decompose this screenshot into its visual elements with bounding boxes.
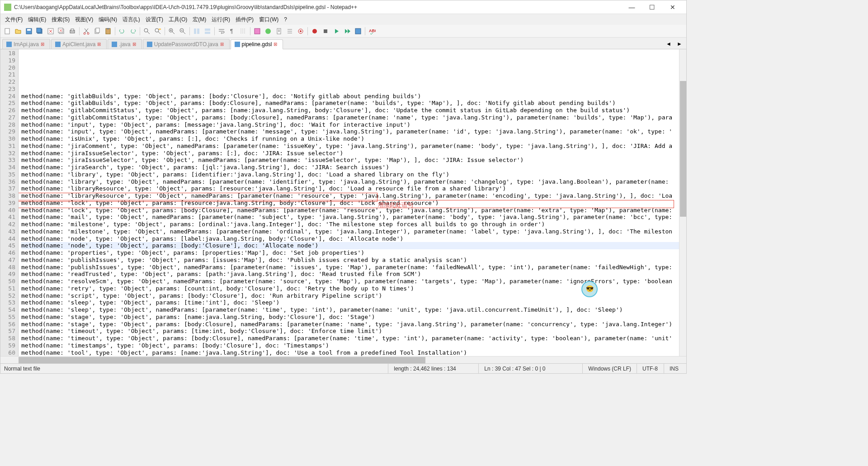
code-line[interactable]: method(name: 'stage', type: 'Object', pa… <box>21 314 679 321</box>
line-number[interactable]: 35 <box>0 171 15 178</box>
code-line[interactable]: method(name: 'library', type: 'Object', … <box>21 171 679 178</box>
code-line[interactable]: method(name: 'input', type: 'Object', pa… <box>21 121 679 128</box>
code-line[interactable]: method(name: 'library', type: 'Object', … <box>21 178 679 185</box>
find-icon[interactable] <box>142 26 152 36</box>
menu-item[interactable]: 语言(L) <box>120 15 143 24</box>
new-file-icon[interactable] <box>2 26 12 36</box>
menu-item[interactable]: 插件(P) <box>233 15 256 24</box>
file-tab[interactable]: UpdatePasswordDTO.java⊠ <box>143 39 230 49</box>
save-all-icon[interactable] <box>35 26 45 36</box>
line-number[interactable]: 34 <box>0 164 15 171</box>
menu-item[interactable]: 编码(N) <box>96 15 120 24</box>
code-line[interactable]: method(name: 'jiraIssueSelector', type: … <box>21 157 679 164</box>
line-number[interactable]: 29 <box>0 128 15 135</box>
replace-icon[interactable] <box>153 26 163 36</box>
line-number[interactable]: 53 <box>0 299 15 306</box>
copy-icon[interactable] <box>92 26 102 36</box>
menu-item[interactable]: 宏(M) <box>190 15 209 24</box>
record-macro-icon[interactable] <box>310 26 320 36</box>
tab-prev-icon[interactable]: ◄ <box>664 39 674 49</box>
line-number[interactable]: 25 <box>0 100 15 107</box>
titlebar[interactable]: C:\Users\baogang\AppData\Local\JetBrains… <box>0 0 686 14</box>
line-number[interactable]: 30 <box>0 135 15 143</box>
open-file-icon[interactable] <box>13 26 23 36</box>
horizontal-scrollbar[interactable] <box>0 356 686 363</box>
line-number[interactable]: 60 <box>0 349 15 357</box>
menu-item[interactable]: 设置(T) <box>143 15 166 24</box>
play-multi-icon[interactable] <box>342 26 352 36</box>
code-area[interactable]: 增加此处语句 😎 method(name: 'gitlabBuilds', ty… <box>19 49 679 356</box>
status-eol[interactable]: Windows (CR LF) <box>582 364 637 373</box>
line-number[interactable]: 28 <box>0 121 15 128</box>
code-line[interactable]: method(name: 'gitlabBuilds', type: 'Obje… <box>21 93 679 100</box>
code-line[interactable]: method(name: 'gitlabCommitStatus', type:… <box>21 114 679 121</box>
lang-icon[interactable] <box>252 26 262 36</box>
hscroll-thumb[interactable] <box>19 357 425 363</box>
status-mode[interactable]: INS <box>664 364 686 373</box>
line-number[interactable]: 40 <box>0 207 15 214</box>
code-line[interactable]: method(name: 'retry', type: 'Object', pa… <box>21 285 679 292</box>
line-number[interactable]: 18 <box>0 50 15 57</box>
line-number[interactable]: 57 <box>0 328 15 335</box>
code-line[interactable]: method(name: 'libraryResource', type: 'O… <box>21 192 679 200</box>
file-tab[interactable]: ImApi.java⊠ <box>2 39 50 49</box>
line-number[interactable]: 32 <box>0 150 15 157</box>
line-number[interactable]: 56 <box>0 321 15 328</box>
file-tab[interactable]: ApiClient.java⊠ <box>51 39 107 49</box>
close-file-icon[interactable] <box>46 26 56 36</box>
menu-item[interactable]: 工具(O) <box>166 15 190 24</box>
line-number[interactable]: 51 <box>0 285 15 292</box>
print-icon[interactable] <box>67 26 77 36</box>
spellcheck-icon[interactable]: ABC <box>367 26 377 36</box>
stop-macro-icon[interactable] <box>321 26 330 36</box>
code-line[interactable]: method(name: 'publishIssues', type: 'Obj… <box>21 264 679 271</box>
redo-icon[interactable] <box>128 26 138 36</box>
line-number[interactable]: 50 <box>0 278 15 285</box>
close-all-icon[interactable] <box>57 26 66 36</box>
play-macro-icon[interactable] <box>331 26 341 36</box>
monitor-icon[interactable] <box>296 26 306 36</box>
code-line[interactable]: method(name: 'timestamps', type: 'Object… <box>21 342 679 349</box>
line-number[interactable]: 42 <box>0 221 15 228</box>
menu-item[interactable]: 窗口(W) <box>256 15 281 24</box>
file-tab[interactable]: .java⊠ <box>108 39 142 49</box>
sync-vscroll-icon[interactable] <box>192 26 202 36</box>
code-line[interactable]: method(name: 'sleep', type: 'Object', pa… <box>21 299 679 306</box>
line-gutter[interactable]: 1819202122232425262728293031323334353637… <box>0 49 19 356</box>
code-line[interactable]: method(name: 'tool', type: 'Object', par… <box>21 349 679 357</box>
function-list-icon[interactable] <box>263 26 273 36</box>
line-number[interactable]: 22 <box>0 78 15 86</box>
minimize-button[interactable]: — <box>622 1 642 14</box>
line-number[interactable]: 46 <box>0 249 15 257</box>
line-number[interactable]: 19 <box>0 57 15 64</box>
line-number[interactable]: 59 <box>0 342 15 349</box>
line-number[interactable]: 48 <box>0 264 15 271</box>
menu-item[interactable]: 文件(F) <box>2 15 25 24</box>
code-line[interactable]: method(name: 'gitlabBuilds', type: 'Obje… <box>21 100 679 107</box>
maximize-button[interactable]: ☐ <box>642 1 662 14</box>
tab-close-icon[interactable]: ⊠ <box>132 42 138 47</box>
code-line[interactable]: method(name: 'jiraComment', type: 'Objec… <box>21 143 679 150</box>
code-line[interactable]: method(name: 'lock', type: 'Object', par… <box>21 200 679 207</box>
line-number[interactable]: 41 <box>0 214 15 221</box>
line-number[interactable]: 58 <box>0 335 15 342</box>
save-macro-icon[interactable] <box>353 26 363 36</box>
line-number[interactable]: 24 <box>0 93 15 100</box>
vertical-scrollbar[interactable] <box>679 49 686 356</box>
code-line[interactable]: method(name: 'milestone', type: 'Object'… <box>21 228 679 235</box>
menu-item[interactable]: ? <box>281 15 290 24</box>
paste-icon[interactable] <box>103 26 113 36</box>
code-line[interactable]: method(name: 'gitlabCommitStatus', type:… <box>21 107 679 114</box>
line-number[interactable]: 20 <box>0 64 15 71</box>
file-tab[interactable]: pipeline.gdsl⊠ <box>231 39 283 49</box>
line-number[interactable]: 39 <box>0 200 15 207</box>
line-number[interactable]: 43 <box>0 228 15 235</box>
line-number[interactable]: 55 <box>0 314 15 321</box>
cut-icon[interactable] <box>81 26 91 36</box>
code-line[interactable]: method(name: 'stage', type: 'Object', pa… <box>21 321 679 328</box>
code-line[interactable]: method(name: 'timeout', type: 'Object', … <box>21 328 679 335</box>
line-number[interactable]: 44 <box>0 235 15 243</box>
line-number[interactable]: 31 <box>0 143 15 150</box>
menu-item[interactable]: 视图(V) <box>72 15 96 24</box>
line-number[interactable]: 33 <box>0 157 15 164</box>
